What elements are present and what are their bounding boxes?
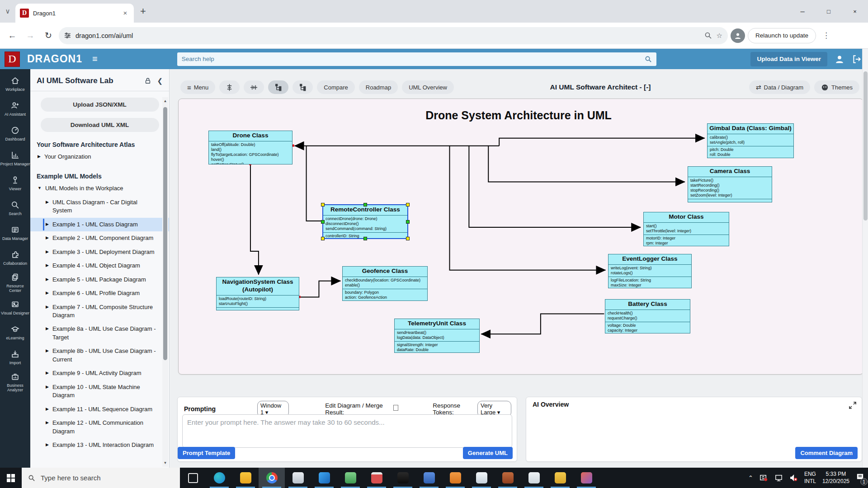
taskbar-app-paint[interactable] <box>573 468 599 488</box>
expand-arrow-icon[interactable]: ▶ <box>46 405 49 412</box>
user-icon[interactable] <box>835 54 844 64</box>
logout-icon[interactable] <box>852 54 862 64</box>
collapse-arrow-icon[interactable]: ▼ <box>38 184 42 191</box>
uml-class-gimbal[interactable]: Gimbal Data (Class: Gimbal)calibrate()se… <box>707 123 794 158</box>
taskbar-app-green-app[interactable] <box>337 468 363 488</box>
sidebar-example-item[interactable]: ▶ Example 12 - UML Communication Diagram <box>30 416 169 438</box>
tab-close-icon[interactable]: × <box>121 9 129 17</box>
expand-arrow-icon[interactable]: ▶ <box>46 221 49 227</box>
omnibox[interactable]: dragon1.com/ai/uml ☆ <box>59 27 728 44</box>
uml-class-motor[interactable]: Motor Classstart()setThrottle(level: Int… <box>643 212 729 246</box>
expand-arrow-icon[interactable]: ▶ <box>46 276 49 282</box>
prompt-input[interactable] <box>182 414 512 448</box>
window-minimize-button[interactable]: ─ <box>789 0 816 23</box>
sidebar-group-uml-models[interactable]: ▼ UML Models in the Workplace <box>30 182 169 195</box>
taskbar-app-media-player[interactable] <box>442 468 468 488</box>
generate-uml-button[interactable]: Generate UML <box>463 447 513 459</box>
scroll-down-icon[interactable]: ▼ <box>162 461 168 465</box>
sidebar-example-item[interactable]: ▶ Example 4 - UML Object Diagram <box>30 259 169 272</box>
hidden-icons-chevron[interactable]: ⌃ <box>748 474 753 481</box>
taskbar-app-notepad[interactable] <box>468 468 495 488</box>
window-maximize-button[interactable]: □ <box>816 0 842 23</box>
taskbar-app-edge[interactable] <box>206 468 232 488</box>
rail-item[interactable]: Workplace <box>0 72 30 97</box>
expand-arrow-icon[interactable]: ▶ <box>46 262 49 268</box>
task-view-button[interactable] <box>180 468 206 488</box>
sidebar-scrollbar[interactable]: ▲ ▼ <box>162 97 168 467</box>
browser-menu-icon[interactable]: ⋮ <box>819 31 834 40</box>
expand-icon[interactable] <box>849 402 856 409</box>
uml-class-navigation-system[interactable]: NavigationSystem Class (Autopilot)loadRo… <box>216 277 299 310</box>
diagram-canvas[interactable]: Drone System Architecture in UML <box>178 99 863 375</box>
uml-class-camera[interactable]: Camera ClasstakePicture()startRecording(… <box>688 166 772 202</box>
uml-class-event-logger[interactable]: EventLogger ClasswriteLog(event: String)… <box>608 254 692 288</box>
expand-arrow-icon[interactable]: ▶ <box>46 419 49 426</box>
sidebar-example-item[interactable]: ▶ Example 11 - UML Sequence Diagram <box>30 403 169 416</box>
bookmark-star-icon[interactable]: ☆ <box>717 32 722 40</box>
taskbar-app-script-yellow[interactable] <box>547 468 573 488</box>
site-info-icon[interactable] <box>64 32 71 39</box>
expand-arrow-icon[interactable]: ▶ <box>46 347 49 354</box>
rail-item[interactable]: Visual Designer <box>0 296 30 320</box>
selection-handle-tr[interactable] <box>406 203 410 206</box>
selection-handle-ml[interactable] <box>321 220 325 224</box>
window-close-button[interactable]: × <box>842 0 868 23</box>
sidebar-example-item[interactable]: ▶ UML Class Diagram - Car Digital System <box>30 196 169 218</box>
rail-item[interactable]: Collaboration <box>0 246 30 271</box>
search-icon[interactable] <box>645 56 652 63</box>
taskbar-app-terminal[interactable] <box>390 468 416 488</box>
sidebar-example-item[interactable]: ▶ Example 5 - UML Package Diagram <box>30 273 169 286</box>
uml-class-telemetry-unit[interactable]: TelemetryUnit ClasssendHeartbeat()logDat… <box>394 319 480 353</box>
expand-arrow-icon[interactable]: ▶ <box>46 441 49 448</box>
volume-muted-icon[interactable] <box>789 474 798 482</box>
distribute-vertical-button[interactable] <box>219 80 240 94</box>
selection-handle-bl[interactable] <box>321 237 325 240</box>
rail-item[interactable]: Dashboard <box>0 122 30 146</box>
dragon1-logo[interactable]: D <box>5 52 20 67</box>
expand-arrow-icon[interactable]: ▶ <box>46 383 49 390</box>
forward-icon[interactable]: → <box>23 28 38 43</box>
expand-arrow-icon[interactable]: ▶ <box>46 234 49 241</box>
rail-item[interactable]: Import <box>0 345 30 370</box>
uml-overview-button[interactable]: UML Overview <box>402 80 454 94</box>
notification-center[interactable]: 1 <box>856 473 864 483</box>
hierarchy-layout-button[interactable] <box>292 80 313 94</box>
expand-arrow-icon[interactable]: ▶ <box>46 248 49 255</box>
browser-tab[interactable]: D Dragon1 × <box>15 4 134 23</box>
start-button[interactable] <box>0 468 22 488</box>
expand-arrow-icon[interactable]: ▶ <box>46 369 49 376</box>
profile-avatar[interactable] <box>731 28 745 43</box>
edit-merge-checkbox[interactable] <box>393 405 398 411</box>
language-indicator[interactable]: ENGINTL <box>804 471 816 485</box>
taskbar-app-system-monitor[interactable] <box>285 468 311 488</box>
rail-item[interactable]: Project Manager <box>0 146 30 171</box>
sidebar-example-item[interactable]: ▶ Example 1 - UML Class Diagram <box>30 218 169 231</box>
compare-button[interactable]: Compare <box>317 80 354 94</box>
expand-arrow-icon[interactable]: ▶ <box>46 289 49 296</box>
upload-json-xml-button[interactable]: Upload JSON/XML <box>41 98 159 112</box>
sidebar-item-your-organization[interactable]: ▶ Your Organization <box>30 150 169 164</box>
download-uml-xml-button[interactable]: Download UML XML <box>41 118 159 132</box>
expand-arrow-icon[interactable]: ▶ <box>46 198 49 205</box>
rail-item[interactable]: Data Manager <box>0 221 30 246</box>
hierarchy-layout-button-selected[interactable] <box>268 80 288 94</box>
page-scroll-thumb[interactable] <box>863 71 868 221</box>
relaunch-update-button[interactable]: Relaunch to update <box>748 28 816 43</box>
selection-handle-tm[interactable] <box>363 203 367 206</box>
taskbar-search[interactable]: Type here to search <box>22 468 180 488</box>
rail-item[interactable]: eLearning <box>0 320 30 345</box>
scroll-up-icon[interactable]: ▲ <box>162 99 168 103</box>
clock[interactable]: 5:33 PM12/20/2025 <box>822 471 849 485</box>
selection-handle-mr[interactable] <box>406 220 410 224</box>
taskbar-app-vscode[interactable] <box>311 468 337 488</box>
comment-diagram-button[interactable]: Comment Diagram <box>795 447 858 459</box>
rail-item[interactable]: AI Assistant <box>0 97 30 122</box>
taskbar-app-mail-download[interactable] <box>521 468 547 488</box>
menu-button[interactable]: ≡Menu <box>180 80 215 94</box>
help-search-input[interactable] <box>182 56 645 62</box>
reload-icon[interactable]: ↻ <box>41 28 56 43</box>
rail-item[interactable]: Resource Center <box>0 271 30 296</box>
upload-data-viewer-button[interactable]: Upload Data in Viewer <box>750 52 827 66</box>
selection-handle-bm[interactable] <box>363 237 367 240</box>
collapse-panel-icon[interactable]: ❮ <box>157 77 163 85</box>
